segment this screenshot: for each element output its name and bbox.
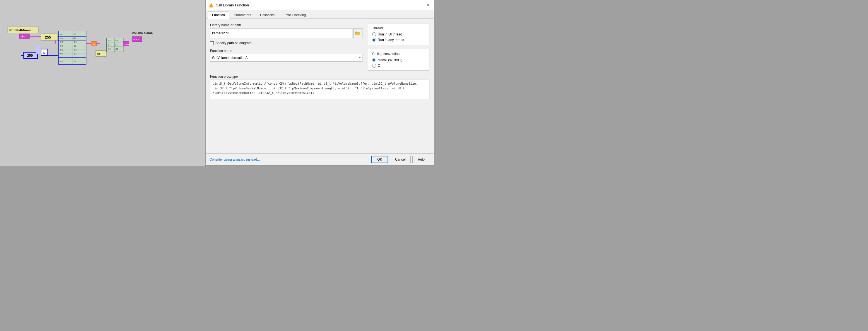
svg-text:RootPathName: RootPathName	[9, 28, 31, 32]
svg-text:U8: U8	[74, 60, 76, 62]
svg-text:abc: abc	[73, 37, 77, 39]
function-name-label: Function name	[210, 49, 363, 53]
library-input-wrapper	[210, 28, 363, 38]
svg-text:S2: S2	[116, 48, 118, 50]
svg-text:C 3: C 3	[74, 56, 77, 58]
dialog-content: Library name or path Specify path on dia…	[206, 19, 434, 153]
thread-any-label: Run in any thread	[378, 38, 404, 42]
dialog-title: Call Library Function	[216, 3, 249, 7]
svg-text:\00: \00	[97, 52, 101, 56]
calling-radio-group: stdcall (WINAPI) C	[372, 58, 425, 67]
convention-stdcall[interactable]: stdcall (WINAPI)	[372, 58, 425, 62]
specify-path-label: Specify path on diagram	[215, 41, 251, 45]
svg-text:C 3: C 3	[74, 49, 77, 51]
thread-any-thread[interactable]: Run in any thread	[372, 38, 425, 42]
thread-title: Thread	[372, 26, 425, 30]
svg-rect-63	[355, 32, 360, 35]
ok-button[interactable]: OK	[371, 156, 388, 163]
prototype-box: uint8_t GetVolumeInformationA(const CStr…	[210, 80, 429, 99]
svg-text:C 3: C 3	[60, 49, 63, 51]
call-library-function-dialog: Call Library Function × Function Paramet…	[205, 0, 434, 166]
svg-text:255: 255	[45, 35, 51, 39]
calling-convention-title: Calling convention	[372, 52, 425, 56]
svg-text:C 3: C 3	[60, 41, 63, 43]
svg-text:F ÷: F ÷	[116, 44, 118, 46]
close-button[interactable]: ×	[426, 3, 431, 7]
dialog-icon	[209, 3, 213, 7]
svg-text:U8: U8	[74, 33, 76, 35]
thread-ui-radio[interactable]	[372, 32, 376, 36]
svg-text:U8: U8	[92, 43, 95, 46]
tab-callbacks[interactable]: Callbacks	[256, 11, 279, 19]
dialog-titlebar: Call Library Function ×	[206, 0, 434, 10]
prototype-section: Function prototype uint8_t GetVolumeInfo…	[210, 75, 429, 149]
convention-c-label: C	[378, 64, 380, 67]
tab-error-checking[interactable]: Error Checking	[279, 11, 310, 19]
prototype-label: Function prototype	[210, 75, 429, 79]
svg-text:abc: abc	[60, 37, 63, 39]
title-left: Call Library Function	[209, 3, 249, 7]
thread-section: Thread Run in UI thread Run in any threa…	[368, 23, 429, 45]
convention-c-radio[interactable]	[372, 64, 376, 67]
block-diagram: RootPathName Abc 255 zi U8 abc abc C 3 C…	[0, 0, 205, 166]
svg-text:U8: U8	[74, 45, 76, 47]
footer-buttons: OK Cancel Help	[371, 156, 430, 163]
svg-text:S2: S2	[116, 40, 118, 42]
specify-path-checkbox[interactable]	[210, 42, 214, 45]
svg-text:→abc: →abc	[124, 43, 130, 46]
thread-ui-thread[interactable]: Run in UI thread	[372, 32, 425, 36]
dialog-footer: Consider using a wizard instead... OK Ca…	[206, 153, 434, 165]
function-name-wrapper: GetVolumeInformationA	[210, 54, 363, 62]
svg-text:→abc: →abc	[133, 38, 140, 41]
folder-icon	[355, 31, 361, 35]
svg-text:U8: U8	[74, 53, 76, 55]
svg-text:0: 0	[43, 51, 45, 54]
canvas-area: RootPathName Abc 255 zi U8 abc abc C 3 C…	[0, 0, 205, 166]
svg-text:S2: S2	[108, 48, 111, 50]
svg-text:C 3: C 3	[74, 41, 77, 43]
thread-radio-group: Run in UI thread Run in any thread	[372, 32, 425, 42]
thread-any-radio[interactable]	[372, 38, 376, 42]
library-thread-row: Library name or path Specify path on dia…	[210, 23, 429, 45]
svg-text:Abc: Abc	[21, 35, 25, 38]
tabs-bar: Function Parameters Callbacks Error Chec…	[206, 10, 434, 19]
svg-text:U8: U8	[60, 45, 63, 47]
function-name-group: Function name GetVolumeInformationA	[210, 49, 363, 62]
browse-button[interactable]	[353, 28, 363, 38]
svg-text:U8: U8	[60, 53, 63, 55]
function-convention-row: Function name GetVolumeInformationA Call…	[210, 49, 429, 71]
convention-c[interactable]: C	[372, 64, 425, 67]
library-label: Library name or path	[210, 23, 363, 27]
svg-text:Volume Name: Volume Name	[132, 31, 153, 35]
cancel-button[interactable]: Cancel	[390, 156, 411, 163]
svg-text:F ÷: F ÷	[108, 44, 111, 46]
tab-parameters[interactable]: Parameters	[229, 11, 255, 19]
svg-rect-0	[0, 1, 205, 165]
svg-text:zi: zi	[60, 33, 62, 35]
help-button[interactable]: Help	[412, 156, 430, 163]
tab-function[interactable]: Function	[208, 11, 229, 19]
specify-path-row: Specify path on diagram	[210, 41, 363, 45]
svg-text:U8: U8	[60, 60, 63, 62]
library-field-group: Library name or path Specify path on dia…	[210, 23, 363, 45]
svg-text:255: 255	[27, 54, 33, 58]
function-name-select[interactable]: GetVolumeInformationA	[210, 54, 363, 62]
svg-text:S2: S2	[108, 40, 111, 42]
wizard-link[interactable]: Consider using a wizard instead...	[210, 158, 260, 161]
svg-text:C 3: C 3	[60, 56, 63, 58]
library-input[interactable]	[210, 28, 352, 38]
calling-convention-section: Calling convention stdcall (WINAPI) C	[368, 49, 429, 71]
thread-ui-label: Run in UI thread	[378, 32, 402, 36]
convention-stdcall-label: stdcall (WINAPI)	[378, 58, 402, 62]
convention-stdcall-radio[interactable]	[372, 58, 376, 62]
